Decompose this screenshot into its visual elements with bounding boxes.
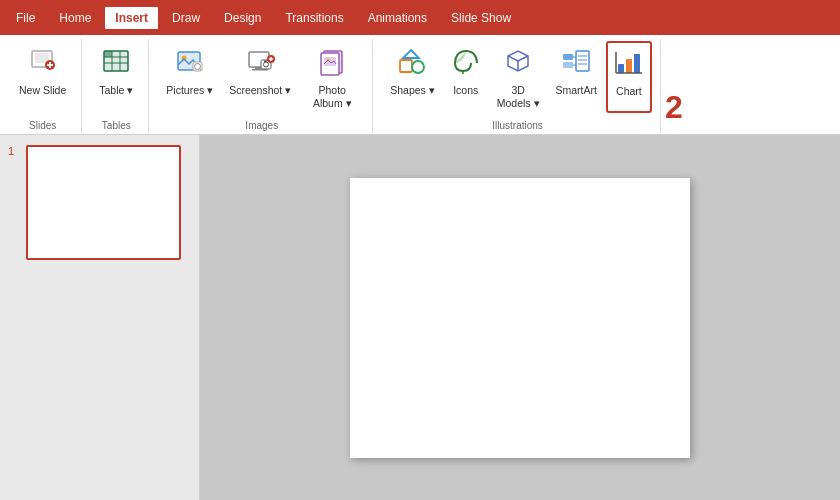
- pictures-label: Pictures ▾: [166, 84, 213, 97]
- smartart-button[interactable]: SmartArt: [549, 41, 604, 113]
- main-area: 1: [0, 135, 840, 500]
- table-icon: [101, 46, 131, 81]
- photo-album-button[interactable]: PhotoAlbum ▾: [300, 41, 364, 113]
- icons-icon: [451, 46, 481, 81]
- slides-panel: 1: [0, 135, 200, 500]
- chart-icon: [614, 47, 644, 82]
- menu-insert[interactable]: Insert: [103, 5, 160, 31]
- svg-rect-45: [626, 59, 632, 73]
- svg-rect-46: [634, 54, 640, 73]
- screenshot-icon: [245, 46, 275, 81]
- svg-rect-38: [576, 51, 589, 71]
- svg-point-33: [412, 61, 424, 73]
- ribbon: New Slide Slides Table: [0, 35, 840, 135]
- pictures-icon: [175, 46, 205, 81]
- new-slide-icon: [29, 46, 57, 81]
- new-slide-label: New Slide: [19, 84, 66, 96]
- slide-thumbnail-container-1[interactable]: 1: [8, 145, 191, 260]
- slide-number-1: 1: [8, 145, 20, 157]
- images-buttons: Pictures ▾: [159, 41, 364, 120]
- photo-album-label: PhotoAlbum ▾: [313, 84, 352, 109]
- photo-album-icon: [317, 46, 347, 81]
- pictures-button[interactable]: Pictures ▾: [159, 41, 220, 113]
- slide-thumbnail-1[interactable]: [26, 145, 181, 260]
- ribbon-group-slides: New Slide Slides: [4, 39, 82, 134]
- new-slide-button[interactable]: New Slide: [12, 41, 73, 113]
- icons-label: Icons: [453, 84, 478, 97]
- shapes-button[interactable]: Shapes ▾: [383, 41, 442, 113]
- chart-button[interactable]: Chart: [606, 41, 652, 113]
- shapes-label: Shapes ▾: [390, 84, 435, 97]
- menu-draw[interactable]: Draw: [160, 5, 212, 31]
- svg-rect-36: [563, 54, 573, 60]
- svg-rect-32: [400, 60, 412, 72]
- illustrations-group-label: Illustrations: [492, 120, 543, 134]
- chart-label: Chart: [616, 85, 642, 98]
- ribbon-group-images: Pictures ▾: [151, 39, 373, 134]
- slide-canvas: [350, 178, 690, 458]
- ribbon-group-illustrations: Shapes ▾ Icons: [375, 39, 661, 134]
- svg-rect-37: [563, 62, 573, 68]
- svg-rect-11: [104, 51, 112, 57]
- smartart-icon: [561, 46, 591, 81]
- illustrations-buttons: Shapes ▾ Icons: [383, 41, 652, 120]
- menu-slideshow[interactable]: Slide Show: [439, 5, 523, 31]
- 3d-models-label: 3DModels ▾: [497, 84, 540, 109]
- 3d-models-button[interactable]: 3DModels ▾: [490, 41, 547, 113]
- table-label: Table ▾: [99, 84, 133, 97]
- canvas-area: [200, 135, 840, 500]
- menu-bar: File Home Insert Draw Design Transitions…: [0, 0, 840, 35]
- step-2-annotation: 2: [663, 39, 683, 134]
- table-button[interactable]: Table ▾: [92, 41, 140, 113]
- tables-group-label: Tables: [102, 120, 131, 134]
- screenshot-button[interactable]: Screenshot ▾: [222, 41, 298, 113]
- screenshot-label: Screenshot ▾: [229, 84, 291, 97]
- svg-rect-44: [618, 64, 624, 73]
- svg-rect-23: [264, 61, 267, 63]
- images-group-label: Images: [245, 120, 278, 134]
- 3d-models-icon: [503, 46, 533, 81]
- svg-marker-34: [403, 50, 419, 58]
- menu-animations[interactable]: Animations: [356, 5, 439, 31]
- smartart-label: SmartArt: [556, 84, 597, 97]
- menu-design[interactable]: Design: [212, 5, 273, 31]
- shapes-icon: [397, 46, 427, 81]
- ribbon-group-tables: Table ▾ Tables: [84, 39, 149, 134]
- slides-group-label: Slides: [29, 120, 56, 134]
- menu-file[interactable]: File: [4, 5, 47, 31]
- icons-button[interactable]: Icons: [444, 41, 488, 113]
- slides-buttons: New Slide: [12, 41, 73, 120]
- tables-buttons: Table ▾: [92, 41, 140, 120]
- menu-home[interactable]: Home: [47, 5, 103, 31]
- menu-transitions[interactable]: Transitions: [273, 5, 355, 31]
